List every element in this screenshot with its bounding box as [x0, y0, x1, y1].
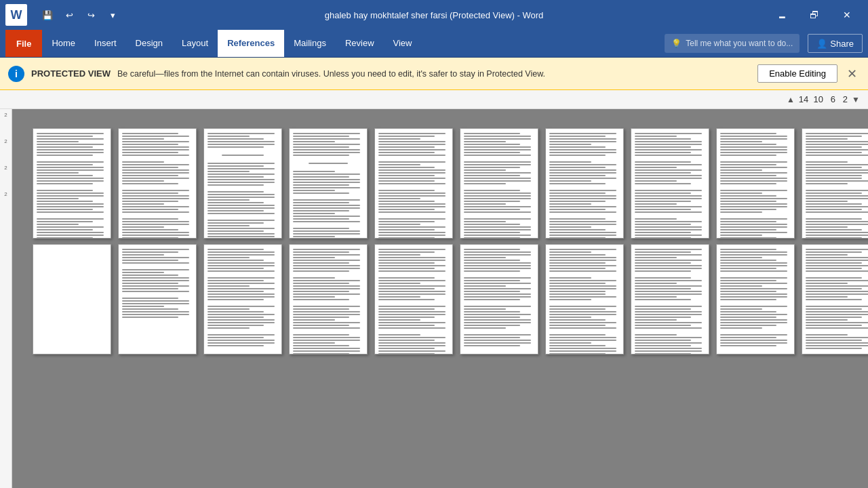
share-label: Share [830, 39, 854, 49]
stats-down-arrow: ▼ [852, 95, 860, 104]
page-19[interactable] [716, 244, 795, 354]
page-9[interactable] [716, 128, 795, 239]
title-bar: W 💾 ↩ ↪ ▾ ghaleb hay mokhtalef sher fars… [0, 0, 868, 30]
stats-up-arrow: ▲ [787, 95, 795, 104]
protected-view-message: Be careful—files from the Internet can c… [117, 69, 751, 79]
page-5[interactable] [374, 128, 453, 239]
page-8[interactable] [631, 128, 709, 239]
word-icon: W [5, 4, 27, 26]
page-18[interactable] [631, 244, 709, 354]
page-16[interactable] [460, 244, 538, 354]
share-icon: 👤 [816, 39, 827, 49]
ruler-mark-2: 2 [4, 138, 7, 144]
title-bar-left: W 💾 ↩ ↪ ▾ [5, 4, 127, 26]
page-20[interactable]: 20 [802, 244, 868, 354]
page-7[interactable] [545, 128, 624, 239]
protected-view-label: PROTECTED VIEW [31, 68, 111, 79]
tab-references[interactable]: References [218, 30, 284, 57]
lightbulb-icon: 💡 [671, 39, 682, 48]
minimize-button[interactable]: 🗕 [766, 4, 797, 26]
close-button[interactable]: ✕ [831, 4, 863, 26]
document-area: 2 2 2 2 [0, 109, 868, 488]
quick-access-dropdown[interactable]: ▾ [103, 5, 122, 24]
ruler-mark-4: 2 [4, 191, 7, 197]
page-2[interactable] [118, 128, 197, 239]
save-button[interactable]: 💾 [38, 5, 57, 24]
share-button[interactable]: 👤 Share [808, 34, 863, 53]
search-bar[interactable]: 💡 Tell me what you want to do... [665, 34, 800, 53]
page-1[interactable] [33, 128, 111, 239]
tab-file[interactable]: File [5, 30, 42, 57]
info-icon: i [8, 66, 24, 82]
word-letter: W [11, 8, 22, 22]
restore-button[interactable]: 🗗 [799, 4, 830, 26]
close-bar-button[interactable]: ✕ [844, 64, 860, 84]
page-3[interactable] [203, 128, 282, 239]
page-4[interactable] [289, 128, 368, 239]
page-14[interactable] [289, 244, 368, 354]
tab-insert[interactable]: Insert [85, 30, 126, 57]
ruler-mark-3: 2 [4, 165, 7, 171]
pages-row-1 [33, 128, 848, 239]
tab-review[interactable]: Review [336, 30, 384, 57]
page-10[interactable] [802, 128, 868, 239]
tab-mailings[interactable]: Mailings [284, 30, 336, 57]
undo-button[interactable]: ↩ [60, 5, 79, 24]
page-6[interactable] [460, 128, 538, 239]
protected-view-bar: i PROTECTED VIEW Be careful—files from t… [0, 58, 868, 90]
window-controls: 🗕 🗗 ✕ [766, 4, 863, 26]
tab-home[interactable]: Home [42, 30, 85, 57]
search-placeholder-text: Tell me what you want to do... [686, 39, 793, 48]
tab-design[interactable]: Design [126, 30, 172, 57]
ruler-mark-1: 2 [4, 112, 7, 118]
stats-bar: ▲ 14 10 6 2 ▼ [0, 90, 868, 109]
quick-access-toolbar: 💾 ↩ ↪ ▾ [38, 5, 122, 24]
pages-row-2: 20 [33, 244, 848, 354]
page-15[interactable] [374, 244, 453, 354]
ribbon-tabs: File Home Insert Design Layout Reference… [0, 30, 868, 57]
tab-view[interactable]: View [384, 30, 422, 57]
redo-button[interactable]: ↪ [81, 5, 100, 24]
stats-values: 14 10 6 2 [799, 94, 848, 104]
page-12[interactable] [118, 244, 197, 354]
left-ruler: 2 2 2 2 [0, 109, 12, 488]
ribbon: File Home Insert Design Layout Reference… [0, 30, 868, 58]
document-title: ghaleb hay mokhtalef sher farsi (Protect… [325, 10, 544, 20]
page-13[interactable] [203, 244, 282, 354]
enable-editing-button[interactable]: Enable Editing [757, 64, 837, 83]
tab-layout[interactable]: Layout [172, 30, 218, 57]
page-17[interactable] [545, 244, 624, 354]
page-11[interactable] [33, 244, 111, 354]
pages-container: 20 [12, 115, 868, 368]
